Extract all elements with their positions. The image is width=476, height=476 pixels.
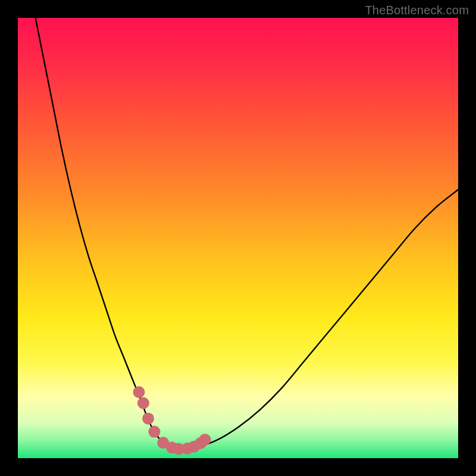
watermark-text: TheBottleneck.com — [365, 4, 469, 17]
chart-svg — [18, 18, 458, 458]
marker-dot — [137, 397, 149, 409]
marker-dot — [199, 434, 211, 446]
marker-dot — [133, 386, 145, 398]
plot-area — [18, 18, 458, 458]
marker-dot — [148, 426, 160, 438]
marker-dot — [142, 412, 154, 424]
bottleneck-markers — [133, 386, 211, 455]
bottleneck-curve — [36, 18, 458, 449]
chart-frame: TheBottleneck.com — [0, 0, 476, 476]
